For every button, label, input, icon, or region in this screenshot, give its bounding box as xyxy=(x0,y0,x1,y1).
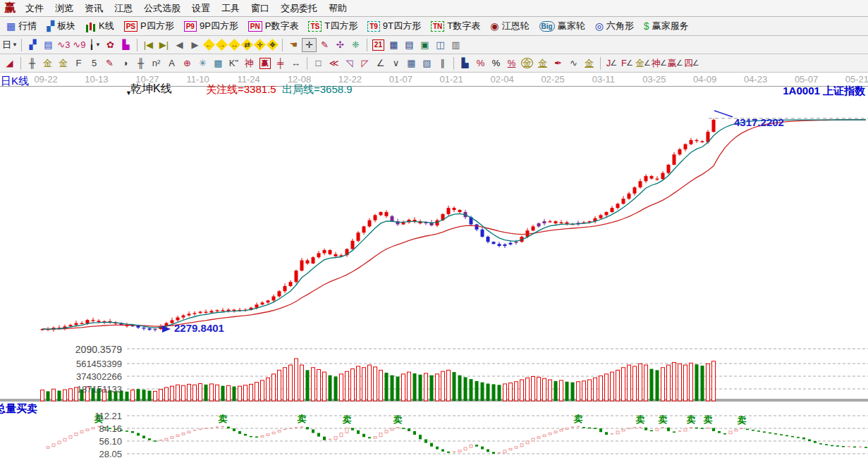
gann-fan-tool-icon[interactable]: ✣ xyxy=(333,38,348,52)
next-bar-icon[interactable]: ▶ xyxy=(188,38,202,52)
axes-box-icon[interactable]: □ xyxy=(311,56,326,70)
spider-web-icon[interactable]: ✳ xyxy=(195,56,210,70)
ying-angle-icon[interactable]: 赢∠ xyxy=(668,56,683,70)
ruler-123-icon[interactable]: ╪ xyxy=(273,56,288,70)
draw-line-tool-icon[interactable]: ✎ xyxy=(317,38,332,52)
grid-box-icon[interactable]: ▦ xyxy=(404,56,419,70)
calendar-icon[interactable]: 21 xyxy=(371,38,386,52)
shen-angle-icon[interactable]: 神∠ xyxy=(652,56,667,70)
p-square-button[interactable]: PSP四方形 xyxy=(120,19,178,33)
flag-marker-icon[interactable]: ✒ xyxy=(551,56,566,70)
remote-data-icon[interactable]: ◫ xyxy=(433,38,448,52)
shift-left-icon[interactable]: ← xyxy=(203,39,215,51)
winner-service-button[interactable]: $赢家服务 xyxy=(640,19,693,33)
gann-shape-icon[interactable]: ✿ xyxy=(103,38,118,52)
v-ray-icon[interactable]: ∨ xyxy=(389,56,403,70)
sectors-button[interactable]: ▞板块 xyxy=(42,19,80,33)
span-arrow-icon[interactable]: ↔ xyxy=(288,56,303,70)
wave-3-icon[interactable]: ∿3 xyxy=(56,38,71,52)
menu-item-8[interactable]: 交易委托 xyxy=(275,1,323,16)
compass-cross-icon[interactable]: ⊕ xyxy=(180,56,195,70)
menu-item-0[interactable]: 文件 xyxy=(20,1,49,16)
zoom-out-icon[interactable]: ✥ xyxy=(267,39,279,51)
n-square-icon[interactable]: n² xyxy=(149,56,164,70)
three-ray-icon[interactable]: ∠ xyxy=(373,56,388,70)
memo-icon[interactable]: ▤ xyxy=(402,38,417,52)
menu-item-6[interactable]: 工具 xyxy=(216,1,245,16)
ray-fan-icon[interactable]: ≪ xyxy=(326,56,341,70)
chart-canvas[interactable]: 09-2210-1310-2711-1011-2412-0812-2201-07… xyxy=(0,73,868,465)
gold-angle-icon[interactable]: 金∠ xyxy=(635,56,651,70)
swap-horizontal-icon[interactable]: ⇄ xyxy=(241,39,253,51)
j-angle-icon[interactable]: J∠ xyxy=(604,56,619,70)
fan-box-red-icon[interactable]: ◸ xyxy=(357,56,372,70)
gold-underline-icon[interactable]: 金 xyxy=(535,56,550,70)
shift-right-icon[interactable]: → xyxy=(216,39,228,51)
f-ruler-icon[interactable]: F xyxy=(71,56,86,70)
price-comb-icon[interactable]: ╫ xyxy=(133,56,148,70)
candle-type-dropdown[interactable]: ╽▼ xyxy=(87,38,102,52)
9t-square-button[interactable]: T99T四方形 xyxy=(363,19,425,33)
t-square-button[interactable]: TST四方形 xyxy=(304,19,362,33)
gold-comb-icon[interactable]: 金 xyxy=(40,56,55,70)
menu-item-5[interactable]: 设置 xyxy=(186,1,216,16)
9p-square-button[interactable]: P99P四方形 xyxy=(180,19,243,33)
kline-period-dropdown[interactable]: 日▼ xyxy=(2,38,18,52)
kline-button[interactable]: K线 xyxy=(81,19,118,33)
first-bar-icon[interactable]: |◀ xyxy=(141,38,156,52)
wave-9-icon[interactable]: ∿9 xyxy=(72,38,87,52)
toolbar-separator xyxy=(307,57,307,70)
shen-comb-icon[interactable]: 神 xyxy=(242,56,257,70)
hand-tool-icon[interactable]: ☚ xyxy=(286,38,301,52)
gold-strike-icon[interactable]: 金 xyxy=(582,56,597,70)
zoom-in-icon[interactable]: ✛ xyxy=(254,39,266,51)
angle-ruler-icon[interactable]: ◢ xyxy=(2,56,17,70)
info-doc-icon[interactable]: ▤ xyxy=(41,38,56,52)
print-icon[interactable]: ▥ xyxy=(448,38,463,52)
t-number-table-button-label: T数字表 xyxy=(447,20,480,32)
time-cycle-icon[interactable]: ◑ xyxy=(118,56,133,70)
wave-overlay-icon[interactable]: ∿ xyxy=(566,56,581,70)
calculator-icon[interactable]: ▦ xyxy=(386,38,401,52)
expand-horizontal-icon[interactable]: ↔ xyxy=(228,39,240,51)
mirror-icon[interactable]: A xyxy=(164,56,179,70)
ying-grid-icon[interactable]: 赢 xyxy=(257,56,272,70)
percent-slash-icon[interactable]: % xyxy=(473,56,488,70)
prev-bar-icon[interactable]: ◀ xyxy=(172,38,187,52)
red-marker-icon[interactable]: ✎ xyxy=(102,56,117,70)
last-bar-icon[interactable]: ▶| xyxy=(157,38,171,52)
gold-comb-2-icon[interactable]: 金 xyxy=(56,56,71,70)
menu-item-4[interactable]: 公式选股 xyxy=(138,1,186,16)
profile-chart-icon[interactable]: ▙ xyxy=(118,38,133,52)
save-icon[interactable]: ▣ xyxy=(417,38,432,52)
percent-line-icon[interactable]: % xyxy=(504,56,519,70)
menu-item-1[interactable]: 浏览 xyxy=(49,1,79,16)
winner-wheel-button[interactable]: Big赢家轮 xyxy=(535,19,589,33)
f-angle-icon[interactable]: F∠ xyxy=(620,56,635,70)
pattern-tool-icon[interactable]: ❈ xyxy=(348,38,363,52)
menu-item-3[interactable]: 江恩 xyxy=(109,1,138,16)
grid-web-icon[interactable]: ▩ xyxy=(211,56,226,70)
fan-box-purple-icon[interactable]: ◹ xyxy=(342,56,357,70)
parallel-channel-icon[interactable]: ∥ xyxy=(435,56,450,70)
p-number-table-button[interactable]: PNP数字表 xyxy=(244,19,303,33)
quotes-button[interactable]: ▦行情 xyxy=(2,19,41,33)
first-bar-icon-glyph: |◀ xyxy=(144,40,153,49)
menu-item-9[interactable]: 帮助 xyxy=(323,1,353,16)
percent-icon[interactable]: % xyxy=(489,56,503,70)
menu-item-2[interactable]: 资讯 xyxy=(79,1,109,16)
hexagon-button[interactable]: ◎六角形 xyxy=(591,19,638,33)
crosshair-tool-icon[interactable]: ✛ xyxy=(302,38,317,52)
menu-item-7[interactable]: 窗口 xyxy=(245,1,275,16)
si-angle-icon[interactable]: 四∠ xyxy=(684,56,699,70)
t-number-table-button[interactable]: TNT数字表 xyxy=(427,19,484,33)
measure-column-icon[interactable]: ▙ xyxy=(458,56,472,70)
gann-wheel-button[interactable]: ◉江恩轮 xyxy=(486,19,533,33)
grid-box-arrow-icon[interactable]: ▧ xyxy=(420,56,434,70)
spiral-ruler-icon[interactable]: 5 xyxy=(87,56,102,70)
k-notes-icon[interactable]: K" xyxy=(226,56,241,70)
comb-ruler-icon[interactable]: ╫ xyxy=(25,56,39,70)
market-overview-icon[interactable]: ▞ xyxy=(25,38,40,52)
gold-circle-icon[interactable]: 金 xyxy=(520,56,534,70)
sell-marker: 卖 xyxy=(704,414,713,425)
